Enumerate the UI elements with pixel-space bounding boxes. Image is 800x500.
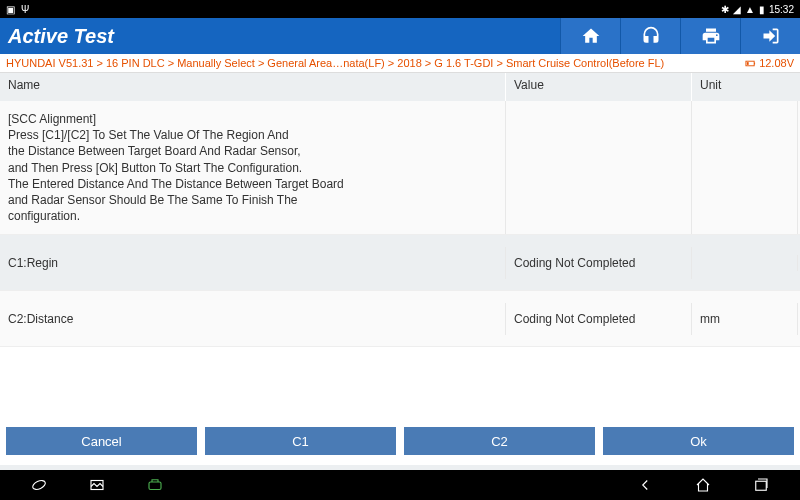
wifi-icon: ◢ bbox=[733, 4, 741, 15]
usb-icon: Ψ bbox=[21, 4, 29, 15]
breadcrumb: HYUNDAI V51.31 > 16 PIN DLC > Manually S… bbox=[0, 54, 800, 73]
table-row: [SCC Alignment] Press [C1]/[C2] To Set T… bbox=[0, 101, 800, 235]
headset-icon bbox=[641, 26, 661, 46]
voltage-indicator: 12.08V bbox=[745, 57, 794, 69]
column-value: Value bbox=[506, 73, 692, 101]
row-unit: mm bbox=[692, 303, 798, 335]
back-button[interactable] bbox=[636, 476, 654, 494]
recent-button[interactable] bbox=[752, 476, 770, 494]
svg-rect-1 bbox=[754, 62, 755, 64]
svg-rect-5 bbox=[149, 482, 161, 490]
row-name: C1:Regin bbox=[0, 247, 506, 279]
table-row: C1:Regin Coding Not Completed bbox=[0, 235, 800, 291]
instruction-text: [SCC Alignment] Press [C1]/[C2] To Set T… bbox=[0, 101, 506, 234]
diagnostic-icon[interactable] bbox=[146, 476, 164, 494]
row-unit bbox=[692, 255, 798, 271]
ok-button[interactable]: Ok bbox=[603, 427, 794, 455]
android-status-bar: ▣ Ψ ✱ ◢ ▲ ▮ 15:32 bbox=[0, 0, 800, 18]
action-bar: Cancel C1 C2 Ok bbox=[0, 417, 800, 465]
image-icon: ▣ bbox=[6, 4, 15, 15]
battery-icon: ▮ bbox=[759, 4, 765, 15]
app-header: Active Test bbox=[0, 18, 800, 54]
home-button[interactable] bbox=[560, 18, 620, 54]
exit-button[interactable] bbox=[740, 18, 800, 54]
svg-rect-6 bbox=[756, 481, 767, 490]
bluetooth-icon: ✱ bbox=[721, 4, 729, 15]
row-name: C2:Distance bbox=[0, 303, 506, 335]
clock: 15:32 bbox=[769, 4, 794, 15]
data-table: Name Value Unit [SCC Alignment] Press [C… bbox=[0, 73, 800, 347]
c2-button[interactable]: C2 bbox=[404, 427, 595, 455]
cancel-button[interactable]: Cancel bbox=[6, 427, 197, 455]
page-title: Active Test bbox=[0, 25, 560, 48]
voltage-value: 12.08V bbox=[759, 57, 794, 69]
support-button[interactable] bbox=[620, 18, 680, 54]
svg-rect-2 bbox=[747, 62, 749, 65]
column-name: Name bbox=[0, 73, 506, 101]
table-header: Name Value Unit bbox=[0, 73, 800, 101]
browser-icon[interactable] bbox=[30, 476, 48, 494]
table-row: C2:Distance Coding Not Completed mm bbox=[0, 291, 800, 347]
print-button[interactable] bbox=[680, 18, 740, 54]
printer-icon bbox=[701, 26, 721, 46]
svg-point-3 bbox=[31, 479, 46, 492]
battery-icon bbox=[745, 58, 756, 69]
row-value: Coding Not Completed bbox=[506, 247, 692, 279]
home-icon bbox=[581, 26, 601, 46]
breadcrumb-path: HYUNDAI V51.31 > 16 PIN DLC > Manually S… bbox=[6, 57, 745, 69]
signal-icon: ▲ bbox=[745, 4, 755, 15]
row-value: Coding Not Completed bbox=[506, 303, 692, 335]
android-nav-bar bbox=[0, 470, 800, 500]
gallery-icon[interactable] bbox=[88, 476, 106, 494]
c1-button[interactable]: C1 bbox=[205, 427, 396, 455]
column-unit: Unit bbox=[692, 73, 798, 101]
home-button[interactable] bbox=[694, 476, 712, 494]
exit-icon bbox=[761, 26, 781, 46]
